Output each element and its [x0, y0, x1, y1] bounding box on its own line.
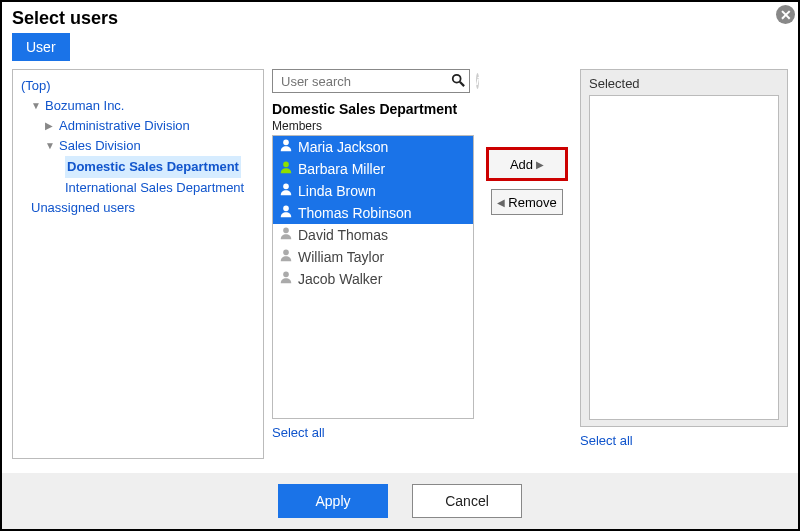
list-item[interactable]: David Thomas: [273, 224, 473, 246]
info-icon[interactable]: i: [476, 73, 479, 89]
dialog-body: (Top) ▼Bozuman Inc. ▶Administrative Divi…: [2, 63, 798, 459]
search-input-wrapper[interactable]: [272, 69, 470, 93]
members-select-all[interactable]: Select all: [272, 425, 474, 440]
person-icon: [279, 182, 293, 200]
group-name: Domestic Sales Department: [272, 101, 474, 117]
member-name: Linda Brown: [298, 182, 376, 200]
transfer-buttons: Add ▶ ◀ Remove: [482, 69, 572, 459]
chevron-right-icon: ▶: [536, 159, 544, 170]
svg-point-6: [283, 228, 289, 234]
chevron-right-icon: ▶: [45, 116, 55, 136]
selected-box: Selected: [580, 69, 788, 427]
tree-international[interactable]: International Sales Department: [21, 178, 255, 198]
svg-point-3: [283, 162, 289, 168]
member-name: Thomas Robinson: [298, 204, 412, 222]
svg-point-4: [283, 184, 289, 190]
list-item[interactable]: Linda Brown: [273, 180, 473, 202]
svg-point-8: [283, 272, 289, 278]
member-name: Jacob Walker: [298, 270, 382, 288]
dialog-title: Select users: [12, 8, 118, 29]
svg-point-0: [453, 74, 461, 82]
org-tree: (Top) ▼Bozuman Inc. ▶Administrative Divi…: [12, 69, 264, 459]
chevron-down-icon: ▼: [31, 96, 41, 116]
cancel-button[interactable]: Cancel: [412, 484, 522, 518]
member-name: William Taylor: [298, 248, 384, 266]
member-name: Barbara Miller: [298, 160, 385, 178]
tree-org[interactable]: ▼Bozuman Inc.: [21, 96, 255, 116]
remove-button-label: Remove: [508, 195, 556, 210]
search-bar: i: [272, 69, 474, 93]
dialog-header: Select users: [2, 2, 798, 29]
list-item[interactable]: William Taylor: [273, 246, 473, 268]
selected-select-all[interactable]: Select all: [580, 433, 788, 448]
person-icon: [279, 248, 293, 266]
close-icon[interactable]: ✕: [776, 5, 795, 24]
svg-point-2: [283, 140, 289, 146]
tab-user[interactable]: User: [12, 33, 70, 61]
remove-button[interactable]: ◀ Remove: [491, 189, 563, 215]
list-item[interactable]: Thomas Robinson: [273, 202, 473, 224]
tree-sales[interactable]: ▼Sales Division: [21, 136, 255, 156]
dialog-footer: Apply Cancel: [2, 473, 798, 529]
members-label: Members: [272, 119, 474, 133]
member-name: Maria Jackson: [298, 138, 388, 156]
svg-point-7: [283, 250, 289, 256]
members-list: Maria JacksonBarbara MillerLinda BrownTh…: [272, 135, 474, 419]
search-input[interactable]: [279, 73, 451, 90]
list-item[interactable]: Maria Jackson: [273, 136, 473, 158]
list-item[interactable]: Barbara Miller: [273, 158, 473, 180]
add-button-label: Add: [510, 157, 533, 172]
add-button[interactable]: Add ▶: [488, 149, 566, 179]
tree-top[interactable]: (Top): [21, 76, 255, 96]
selected-header: Selected: [589, 76, 779, 91]
selected-column: Selected Select all: [580, 69, 788, 459]
person-icon: [279, 226, 293, 244]
chevron-left-icon: ◀: [497, 197, 505, 208]
tree-domestic[interactable]: Domestic Sales Department: [21, 156, 255, 178]
selected-list[interactable]: [589, 95, 779, 420]
select-users-dialog: ✕ Select users User (Top) ▼Bozuman Inc. …: [0, 0, 800, 531]
tree-admin[interactable]: ▶Administrative Division: [21, 116, 255, 136]
person-icon: [279, 270, 293, 288]
tab-bar: User: [2, 29, 798, 63]
person-icon: [279, 138, 293, 156]
search-icon[interactable]: [451, 73, 465, 90]
list-item[interactable]: Jacob Walker: [273, 268, 473, 290]
svg-point-5: [283, 206, 289, 212]
person-icon: [279, 204, 293, 222]
chevron-down-icon: ▼: [45, 136, 55, 156]
person-icon: [279, 160, 293, 178]
apply-button[interactable]: Apply: [278, 484, 388, 518]
svg-line-1: [460, 81, 464, 85]
tree-unassigned[interactable]: Unassigned users: [21, 198, 255, 218]
member-name: David Thomas: [298, 226, 388, 244]
members-column: i Domestic Sales Department Members Mari…: [272, 69, 474, 459]
